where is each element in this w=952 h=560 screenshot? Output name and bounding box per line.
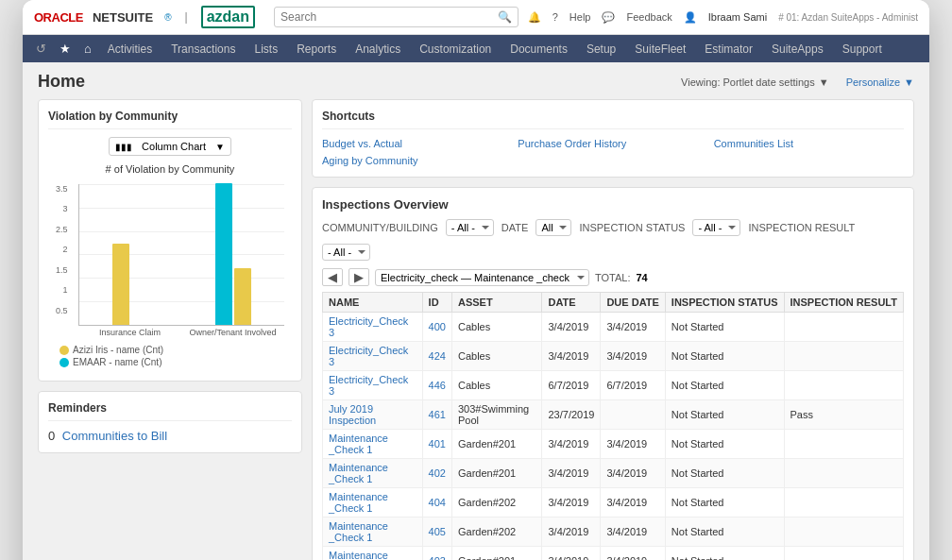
name-link[interactable]: Maintenance _Check 1 <box>329 491 388 514</box>
x-label-insurance: Insurance Claim <box>78 328 181 337</box>
cell-result <box>784 459 904 488</box>
communities-to-bill-link[interactable]: Communities to Bill <box>62 429 167 443</box>
cell-status: Not Started <box>665 459 784 488</box>
id-link[interactable]: 401 <box>429 438 446 450</box>
legend-dot-teal <box>60 358 69 367</box>
portlet-settings: Viewing: Portlet date settings ▼ Persona… <box>681 76 914 88</box>
cell-id: 461 <box>422 400 451 430</box>
cell-id: 405 <box>422 518 451 547</box>
cell-status: Not Started <box>665 518 784 547</box>
nav-suitefleet[interactable]: SuiteFleet <box>626 36 694 62</box>
id-link[interactable]: 402 <box>429 467 446 479</box>
legend-dot-yellow <box>60 346 69 355</box>
col-id: ID <box>422 293 451 313</box>
cell-id: 400 <box>422 313 451 342</box>
notifications-icon[interactable]: 🔔 <box>528 11 541 24</box>
purchase-order-history-link[interactable]: Purchase Order History <box>518 138 626 149</box>
table-container: NAME ID ASSET DATE DUE DATE INSPECTION S… <box>322 292 904 560</box>
col-result: INSPECTION RESULT <box>784 293 904 313</box>
y-label-05: 0.5 <box>56 306 68 315</box>
shortcuts-col3: Communities List <box>714 137 904 167</box>
col-due-date: DUE DATE <box>601 293 665 313</box>
cell-result <box>784 547 904 561</box>
date-filter-select[interactable]: All <box>536 219 571 236</box>
home-icon[interactable]: ⌂ <box>78 35 97 62</box>
nav-setup[interactable]: Setup <box>578 36 624 62</box>
id-link[interactable]: 403 <box>429 555 446 560</box>
bar-chart-container: 3.5 3 2.5 2 1.5 1 0.5 <box>48 180 292 371</box>
violation-panel-title: Violation by Community <box>48 110 292 129</box>
aging-by-community-link[interactable]: Aging by Community <box>322 155 418 166</box>
help-icon[interactable]: ? <box>552 11 558 23</box>
name-link[interactable]: Electricity_Check 3 <box>329 315 408 338</box>
name-link[interactable]: Maintenance _Check 1 <box>329 520 388 543</box>
id-link[interactable]: 446 <box>429 380 446 391</box>
header-row: NAME ID ASSET DATE DUE DATE INSPECTION S… <box>323 293 904 313</box>
nav-lists[interactable]: Lists <box>246 36 286 62</box>
id-link[interactable]: 404 <box>429 497 446 508</box>
nav-path-select[interactable]: Electricity_check — Maintenance _check <box>375 269 589 286</box>
chart-type-dropdown[interactable]: ▮▮▮ Column Chart ▼ <box>48 137 292 156</box>
name-link[interactable]: Maintenance _Check 1 <box>329 462 388 484</box>
name-link[interactable]: Electricity_Check 3 <box>329 374 408 397</box>
nav-reports[interactable]: Reports <box>288 36 345 62</box>
nav-customization[interactable]: Customization <box>411 36 500 62</box>
status-filter-select[interactable]: - All - <box>692 219 740 236</box>
bar-owner-yellow <box>234 268 251 325</box>
inspections-panel: Inspections Overview COMMUNITY/BUILDING … <box>312 187 914 560</box>
cell-status: Not Started <box>665 313 784 342</box>
budget-vs-actual-link[interactable]: Budget vs. Actual <box>322 138 402 149</box>
nav-activities[interactable]: Activities <box>99 36 161 62</box>
communities-list-link[interactable]: Communities List <box>714 138 793 149</box>
y-label-1: 1 <box>63 285 68 295</box>
result-filter-select[interactable]: - All - <box>322 244 370 261</box>
help-label[interactable]: Help <box>570 11 591 23</box>
feedback-label[interactable]: Feedback <box>626 11 672 23</box>
cell-status: Not Started <box>665 547 784 561</box>
cell-id: 402 <box>422 459 451 488</box>
personalize-link[interactable]: Personalize <box>846 76 900 88</box>
cell-result <box>784 371 904 400</box>
cell-due-date: 3/4/2019 <box>601 313 665 342</box>
name-link[interactable]: Maintenance _Check 2 <box>329 550 388 560</box>
search-bar[interactable]: 🔍 <box>274 7 518 27</box>
total-number: 74 <box>637 272 648 283</box>
shortcuts-col1: Budget vs. Actual Aging by Community <box>322 137 512 167</box>
y-label-3: 3 <box>63 204 68 213</box>
cell-date: 3/4/2019 <box>542 488 601 518</box>
bars-area <box>78 184 284 326</box>
id-link[interactable]: 400 <box>429 321 446 332</box>
id-link[interactable]: 461 <box>429 409 446 420</box>
community-filter-select[interactable]: - All - <box>446 219 494 236</box>
shortcuts-col2: Purchase Order History <box>518 137 707 167</box>
chart-subtitle: # of Violation by Community <box>48 163 292 175</box>
id-link[interactable]: 424 <box>429 350 446 362</box>
search-input[interactable] <box>280 10 498 24</box>
prev-page-button[interactable]: ◀ <box>322 268 343 286</box>
nav-suiteapps[interactable]: SuiteApps <box>763 36 832 62</box>
back-icon[interactable]: ↺ <box>30 35 52 62</box>
table-row: July 2019 Inspection 461 303#Swimming Po… <box>323 400 904 430</box>
cell-due-date: 6/7/2019 <box>601 371 665 400</box>
col-asset: ASSET <box>451 293 542 313</box>
nav-support[interactable]: Support <box>834 36 891 62</box>
name-link[interactable]: Electricity_Check 3 <box>329 345 408 367</box>
nav-transactions[interactable]: Transactions <box>162 36 244 62</box>
cell-status: Not Started <box>665 400 784 430</box>
nav-documents[interactable]: Documents <box>502 36 576 62</box>
personalize-dropdown-icon[interactable]: ▼ <box>904 76 914 88</box>
cell-id: 424 <box>422 342 451 371</box>
next-page-button[interactable]: ▶ <box>348 268 369 286</box>
name-link[interactable]: July 2019 Inspection <box>329 403 376 426</box>
chart-type-select[interactable]: ▮▮▮ Column Chart ▼ <box>109 137 231 156</box>
id-link[interactable]: 405 <box>429 526 446 537</box>
nav-estimator[interactable]: Estimator <box>696 36 761 62</box>
nav-analytics[interactable]: Analytics <box>347 36 409 62</box>
star-icon[interactable]: ★ <box>54 35 76 62</box>
user-sub: # 01: Azdan SuiteApps - Administ <box>778 12 918 23</box>
viewing-dropdown-icon[interactable]: ▼ <box>819 76 829 88</box>
cell-name: Maintenance _Check 1 <box>323 488 423 518</box>
top-bar-actions: 🔔 ? Help 💬 Feedback 👤 Ibraam Sami # 01: … <box>528 11 918 24</box>
name-link[interactable]: Maintenance _Check 1 <box>329 433 388 455</box>
cell-name: Maintenance _Check 1 <box>323 518 423 547</box>
